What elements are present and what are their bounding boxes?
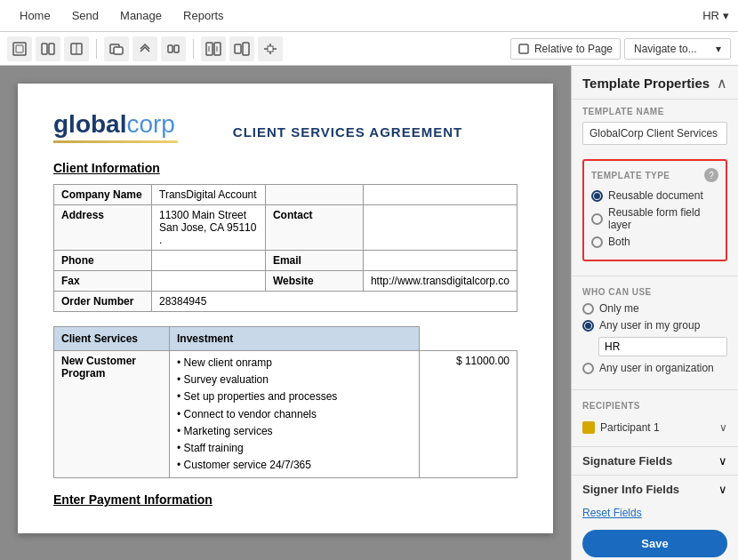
row-value [152, 271, 266, 292]
template-name-label: TEMPLATE NAME [582, 107, 727, 116]
navigate-dropdown[interactable]: Navigate to... ▾ [624, 38, 731, 60]
user-menu[interactable]: HR ▾ [702, 9, 729, 22]
signature-fields-chevron-icon: ∨ [718, 454, 727, 468]
toolbar-btn-7[interactable] [201, 36, 226, 61]
row-label: Address [54, 205, 152, 251]
toolbar-btn-6[interactable] [161, 36, 186, 61]
user-name: HR [702, 9, 719, 22]
toolbar: Relative to Page Navigate to... ▾ [0, 32, 738, 66]
template-name-section: TEMPLATE NAME [572, 100, 738, 152]
document-area[interactable]: globalcorp CLIENT SERVICES AGREEMENT Cli… [0, 66, 571, 560]
signer-info-chevron-icon: ∨ [718, 483, 727, 496]
document-page: globalcorp CLIENT SERVICES AGREEMENT Cli… [18, 84, 553, 533]
who-option-any-group[interactable]: Any user in my group [582, 319, 727, 332]
svg-rect-0 [13, 43, 26, 55]
logo-area: globalcorp [53, 110, 178, 143]
doc-title: CLIENT SERVICES AGREEMENT [178, 124, 517, 143]
svg-rect-7 [114, 47, 123, 54]
table-row: Order Number 28384945 [54, 292, 517, 312]
who-option-any-org[interactable]: Any user in organization [582, 362, 727, 374]
list-item: Staff training [177, 440, 412, 457]
toolbar-btn-1[interactable] [7, 36, 32, 61]
type-option-reusable-doc[interactable]: Reusable document [591, 189, 718, 202]
row-label: Phone [54, 251, 152, 271]
services-table: Client Services Investment New CustomerP… [53, 326, 517, 478]
user-dropdown-icon[interactable]: ▾ [723, 9, 729, 22]
type-option-label: Reusable form field layer [608, 206, 718, 231]
recipients-section: RECIPIENTS Participant 1 ∨ [572, 394, 738, 446]
signer-info-section[interactable]: Signer Info Fields ∨ [572, 475, 738, 503]
type-option-both[interactable]: Both [591, 236, 718, 248]
svg-rect-3 [49, 44, 54, 54]
toolbar-sep-2 [193, 39, 194, 59]
logo-text: globalcorp [53, 110, 178, 139]
row-value [363, 251, 517, 271]
nav-reports[interactable]: Reports [172, 0, 235, 32]
reset-fields-link[interactable]: Reset Fields [572, 503, 738, 523]
main-layout: globalcorp CLIENT SERVICES AGREEMENT Cli… [0, 66, 738, 560]
participant-name: Participant 1 [600, 421, 719, 434]
table-row: Address 11300 Main StreetSan Jose, CA 95… [54, 205, 517, 251]
group-select-row: HR [598, 337, 727, 356]
nav-manage[interactable]: Manage [109, 0, 172, 32]
row-value: http://www.transdigitalcorp.co [363, 271, 517, 292]
logo-global: global [53, 110, 126, 138]
template-type-box: TEMPLATE TYPE ? Reusable document Reusab… [582, 159, 727, 261]
list-item: Customer service 24/7/365 [177, 457, 412, 474]
toolbar-btn-2[interactable] [36, 36, 60, 61]
list-item: New client onramp [177, 355, 412, 372]
client-info-title: Client Information [53, 161, 517, 175]
panel-title: Template Properties [582, 76, 710, 91]
toolbar-sep-1 [96, 39, 97, 59]
recipient-row: Participant 1 ∨ [582, 416, 727, 439]
service-row-label: New CustomerProgram [54, 351, 170, 478]
toolbar-btn-8[interactable] [229, 36, 254, 61]
toolbar-btn-3[interactable] [64, 36, 89, 61]
svg-rect-9 [168, 45, 172, 52]
type-option-label: Reusable document [608, 189, 703, 202]
toolbar-btn-9[interactable] [258, 36, 283, 61]
table-row: Fax Website http://www.transdigitalcorp.… [54, 271, 517, 292]
navigate-chevron-icon: ▾ [716, 43, 721, 55]
help-icon[interactable]: ? [704, 168, 718, 182]
row-value [152, 251, 266, 271]
who-option-only-me[interactable]: Only me [582, 302, 727, 315]
who-can-use-label: WHO CAN USE [582, 287, 727, 297]
right-panel: Template Properties ∧ TEMPLATE NAME TEMP… [571, 66, 738, 560]
svg-rect-16 [243, 43, 249, 55]
list-item: Survey evaluation [177, 372, 412, 388]
checkbox-icon [518, 44, 529, 54]
template-type-label: TEMPLATE TYPE [591, 171, 670, 180]
toolbar-btn-5[interactable] [132, 36, 157, 61]
radio-dot-empty [591, 236, 603, 248]
who-can-use-section: WHO CAN USE Only me Any user in my group… [572, 280, 738, 386]
toolbar-btn-4[interactable] [104, 36, 129, 61]
signature-fields-section[interactable]: Signature Fields ∨ [572, 446, 738, 475]
svg-rect-15 [235, 44, 241, 53]
recipients-label: RECIPIENTS [582, 401, 727, 411]
participant-chevron-icon[interactable]: ∨ [719, 421, 727, 434]
logo-underline [53, 140, 178, 143]
nav-home[interactable]: Home [9, 0, 61, 32]
list-item: Marketing services [177, 423, 412, 440]
navigate-label: Navigate to... [634, 43, 697, 55]
template-type-header: TEMPLATE TYPE ? [591, 168, 718, 182]
svg-rect-1 [16, 45, 23, 52]
row-value [363, 185, 517, 205]
table-header-row: Client Services Investment [54, 327, 517, 351]
type-option-form-field[interactable]: Reusable form field layer [591, 206, 718, 231]
group-select[interactable]: HR [598, 337, 727, 356]
signer-info-label: Signer Info Fields [582, 483, 679, 496]
list-item: Set up properties and processes [177, 388, 412, 405]
nav-send[interactable]: Send [61, 0, 109, 32]
client-info-table: Company Name TransDigital Account Addres… [53, 184, 517, 312]
relative-page-button[interactable]: Relative to Page [510, 38, 621, 60]
row-label: Website [265, 271, 363, 292]
who-option-label: Any user in my group [599, 319, 700, 332]
template-type-section: TEMPLATE TYPE ? Reusable document Reusab… [572, 152, 738, 272]
save-button[interactable]: Save [582, 530, 727, 557]
row-label [265, 185, 363, 205]
who-option-label: Only me [599, 302, 639, 315]
panel-collapse-button[interactable]: ∧ [717, 75, 727, 92]
template-name-input[interactable] [582, 122, 727, 145]
